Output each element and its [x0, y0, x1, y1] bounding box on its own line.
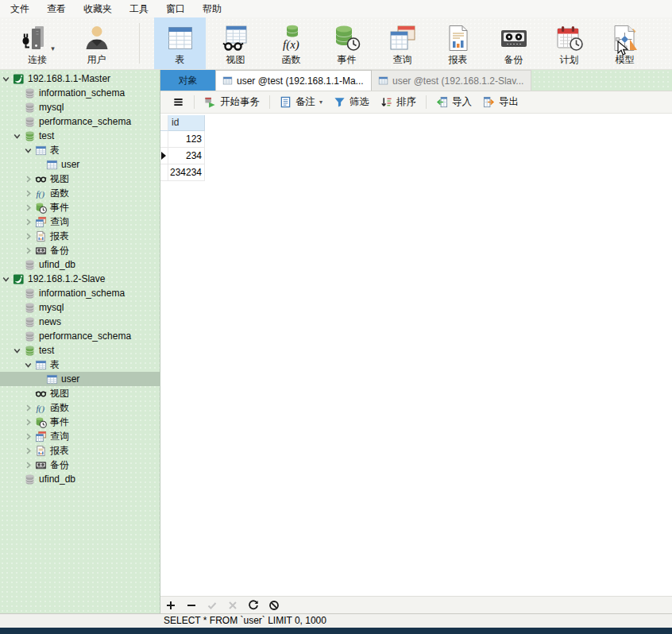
tree-item[interactable]: 事件: [0, 415, 160, 429]
functions-toolbar-button[interactable]: f(x)函数: [265, 17, 317, 69]
connection-dropdown-caret[interactable]: ▾: [51, 44, 55, 52]
svg-text:f(x): f(x): [283, 38, 299, 52]
menu-favorites[interactable]: 收藏夹: [75, 0, 121, 18]
collapsed-arrow-icon[interactable]: [24, 232, 34, 241]
tables-toolbar-button[interactable]: 表: [154, 17, 206, 69]
query-icon: [35, 431, 47, 443]
expanded-arrow-icon[interactable]: [13, 346, 23, 355]
collapsed-arrow-icon[interactable]: [24, 404, 34, 412]
grid-view-menu-button[interactable]: [167, 94, 190, 110]
filter-button[interactable]: 筛选: [328, 93, 375, 111]
add-record-button[interactable]: [165, 600, 176, 611]
tree-item[interactable]: information_schema: [0, 286, 160, 300]
expanded-arrow-icon[interactable]: [24, 146, 34, 155]
column-header-id[interactable]: id: [168, 115, 205, 131]
menu-file[interactable]: 文件: [2, 0, 38, 18]
tree-item[interactable]: information_schema: [0, 86, 160, 100]
events-toolbar-button[interactable]: 事件: [321, 17, 373, 69]
connection-tree: 192.168.1.1-Masterinformation_schemamysq…: [0, 72, 160, 486]
table-row[interactable]: 234: [160, 148, 205, 164]
menu-view[interactable]: 查看: [38, 0, 75, 18]
menu-help[interactable]: 帮助: [194, 0, 230, 18]
reports-icon: [444, 24, 473, 52]
expanded-arrow-icon[interactable]: [2, 275, 12, 284]
refresh-button[interactable]: [248, 600, 259, 611]
tree-item[interactable]: ufind_db: [0, 472, 160, 486]
export-button[interactable]: 导出: [477, 93, 524, 111]
tree-item[interactable]: mysql: [0, 300, 160, 315]
grid-cell[interactable]: 123: [168, 131, 205, 148]
tree-item[interactable]: f()函数: [0, 186, 160, 200]
collapsed-arrow-icon[interactable]: [24, 175, 34, 184]
dropdown-caret-icon[interactable]: ▾: [319, 99, 322, 106]
apply-changes-button[interactable]: [207, 600, 218, 611]
user-toolbar-button[interactable]: 用户: [71, 17, 122, 69]
collapsed-arrow-icon[interactable]: [24, 189, 34, 198]
tree-item[interactable]: test: [0, 129, 160, 143]
sort-button[interactable]: 排序: [375, 93, 422, 111]
mysql-connection-icon: [13, 73, 25, 85]
table-icon: [378, 75, 388, 86]
tree-item[interactable]: news: [0, 315, 160, 329]
connection-toolbar-button[interactable]: ▾连接: [8, 17, 67, 69]
tree-item[interactable]: 表: [0, 143, 160, 157]
tree-item[interactable]: 192.168.1.2-Slave: [0, 272, 160, 286]
tab-table-1[interactable]: user @test (192.168.1.1-Ma...: [215, 70, 372, 91]
tree-item[interactable]: ufind_db: [0, 257, 160, 272]
tree-item[interactable]: 报表: [0, 229, 160, 243]
collapsed-arrow-icon[interactable]: [24, 432, 34, 441]
tab-objects[interactable]: 对象: [160, 70, 215, 91]
tree-item[interactable]: 查询: [0, 429, 160, 443]
queries-toolbar-button[interactable]: 查询: [377, 17, 428, 69]
collapsed-arrow-icon[interactable]: [24, 203, 34, 212]
tree-item[interactable]: 备份: [0, 458, 160, 472]
discard-changes-button[interactable]: [227, 600, 238, 611]
expanded-arrow-icon[interactable]: [13, 132, 23, 141]
tree-item[interactable]: 视图: [0, 172, 160, 186]
tree-item[interactable]: 备份: [0, 243, 160, 257]
tree-item[interactable]: performance_schema: [0, 329, 160, 343]
tree-item[interactable]: 查询: [0, 215, 160, 229]
collapsed-arrow-icon[interactable]: [24, 418, 34, 427]
collapsed-arrow-icon[interactable]: [24, 218, 34, 226]
tree-item[interactable]: f()函数: [0, 400, 160, 415]
stop-button[interactable]: [268, 600, 280, 611]
tree-item[interactable]: user: [0, 157, 160, 172]
backup-toolbar-button[interactable]: 备份: [488, 17, 539, 69]
table-icon: [222, 75, 233, 86]
user-icon: [83, 24, 111, 52]
tree-item[interactable]: user: [0, 372, 160, 386]
tab-table-2[interactable]: user @test (192.168.1.2-Slav...: [372, 70, 531, 91]
note-button[interactable]: 备注▾: [274, 93, 328, 111]
collapsed-arrow-icon[interactable]: [24, 461, 34, 470]
expanded-arrow-icon[interactable]: [24, 361, 34, 369]
import-button[interactable]: 导入: [431, 93, 477, 111]
schedule-toolbar-button[interactable]: 计划: [543, 17, 595, 69]
tree-item[interactable]: 192.168.1.1-Master: [0, 72, 160, 86]
table-row[interactable]: 234234: [160, 164, 205, 181]
tree-item[interactable]: 事件: [0, 200, 160, 215]
no-arrow: [13, 332, 23, 341]
grid-cell[interactable]: 234234: [168, 164, 205, 181]
collapsed-arrow-icon[interactable]: [24, 447, 34, 455]
menu-tools[interactable]: 工具: [121, 0, 157, 18]
delete-record-button[interactable]: [186, 600, 197, 611]
expanded-arrow-icon[interactable]: [2, 75, 12, 83]
tree-item[interactable]: mysql: [0, 100, 160, 114]
begin-transaction-button[interactable]: 开始事务: [199, 93, 265, 111]
import-icon: [436, 96, 448, 108]
menu-window[interactable]: 窗口: [157, 0, 194, 18]
reports-toolbar-button[interactable]: 报表: [432, 17, 484, 69]
tree-item[interactable]: 视图: [0, 386, 160, 400]
tree-item[interactable]: 报表: [0, 443, 160, 458]
tree-item[interactable]: 表: [0, 358, 160, 372]
model-toolbar-button[interactable]: 模型: [599, 17, 651, 69]
table-row[interactable]: 123: [160, 131, 205, 148]
tree-item[interactable]: performance_schema: [0, 114, 160, 129]
grid-cell[interactable]: 234: [168, 148, 205, 164]
views-toolbar-button[interactable]: 视图: [210, 17, 261, 69]
function-icon: f(): [35, 402, 47, 414]
backup-icon: [35, 245, 47, 257]
collapsed-arrow-icon[interactable]: [24, 246, 34, 255]
tree-item[interactable]: test: [0, 343, 160, 358]
